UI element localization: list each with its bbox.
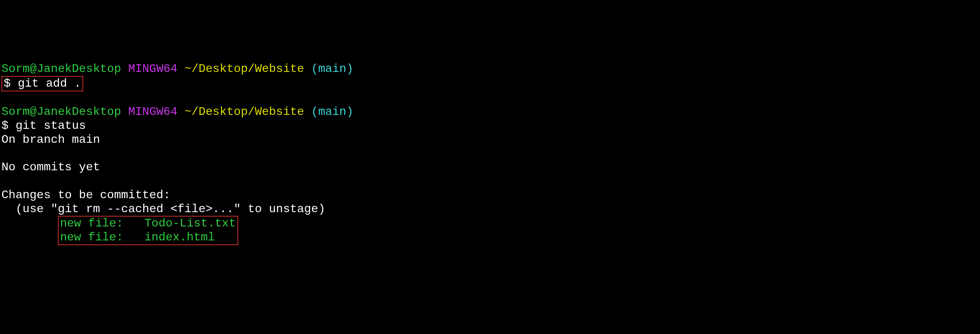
command-prefix: $ [4, 77, 18, 90]
prompt-line-1: Sorm@JanekDesktop MINGW64 ~/Desktop/Webs… [2, 62, 978, 76]
blank-line [2, 174, 978, 188]
prompt-line-2: Sorm@JanekDesktop MINGW64 ~/Desktop/Webs… [2, 105, 978, 119]
commits-info: No commits yet [2, 160, 978, 174]
prompt-mingw: MINGW64 [128, 105, 177, 118]
highlight-new-files: new file: Todo-List.txt new file: index.… [58, 216, 238, 245]
prompt-branch: (main) [311, 62, 353, 76]
changes-header: Changes to be committed: [2, 188, 978, 202]
highlight-git-add: $ git add . [2, 76, 83, 91]
blank-line [2, 91, 978, 105]
command-text: git status [15, 119, 86, 133]
command-line-1[interactable]: $ git add . [2, 76, 978, 91]
command-line-2[interactable]: $ git status [2, 119, 978, 133]
staged-files-block: new file: Todo-List.txt new file: index.… [2, 216, 978, 245]
terminal-output: Sorm@JanekDesktop MINGW64 ~/Desktop/Webs… [2, 62, 978, 245]
unstage-hint: (use "git rm --cached <file>..." to unst… [2, 202, 978, 216]
prompt-user: Sorm@JanekDesktop [2, 62, 121, 76]
blank-line [2, 147, 978, 161]
staged-file: new file: index.html [60, 230, 215, 244]
prompt-path: ~/Desktop/Website [185, 105, 304, 118]
prompt-mingw: MINGW64 [128, 62, 177, 76]
command-text: git add . [18, 77, 81, 90]
prompt-branch: (main) [311, 105, 353, 118]
command-prefix: $ [2, 119, 15, 133]
prompt-user: Sorm@JanekDesktop [2, 105, 121, 118]
prompt-path: ~/Desktop/Website [185, 62, 304, 76]
branch-info: On branch main [2, 133, 978, 147]
staged-file: new file: Todo-List.txt [60, 217, 236, 230]
